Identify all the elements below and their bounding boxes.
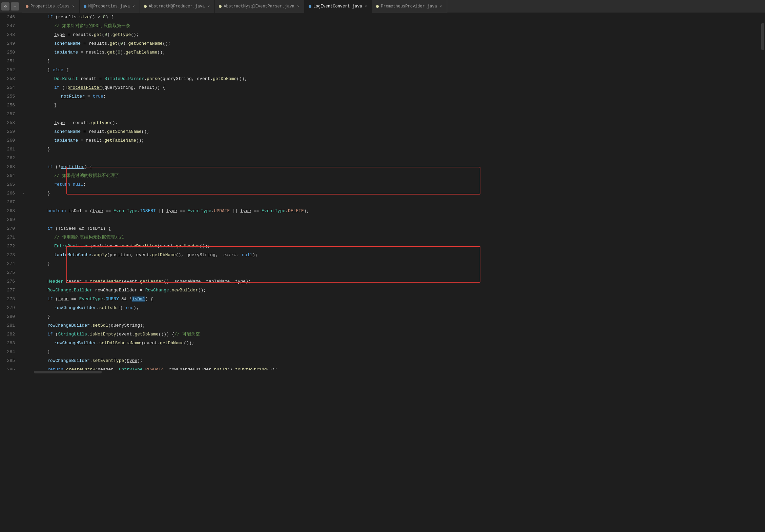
tab-properties-class[interactable]: Properties.class ✕ [22,0,80,13]
line-content: schemaName = results.get(0).getSchemaNam… [27,39,765,48]
line-number: 266 [0,189,20,198]
line-number: 274 [0,260,20,268]
line-number: 285 [0,356,20,365]
tab-color-dot [376,5,379,8]
line-content: EntryPosition position = createPosition(… [27,242,765,251]
tab-color-dot [26,5,28,8]
tab-label: AbstractMysqlEventParser.java [224,4,294,9]
line-number: 264 [0,171,20,180]
tab-close-btn[interactable]: ✕ [439,4,443,9]
settings-icon[interactable]: ⚙ [1,2,9,11]
line-content: } [27,189,765,198]
table-row: 274 } [0,260,765,268]
line-number: 250 [0,48,20,57]
line-number: 265 [0,180,20,189]
tab-label: LogEventConvert.java [313,4,362,9]
vertical-scrollbar[interactable] [760,13,765,374]
line-content: if (results.size() > 0) { [27,13,765,22]
line-number: 283 [0,339,20,348]
table-row: 248 type = results.get(0).getType(); [0,30,765,39]
tab-color-dot [219,5,222,8]
table-row: 279 rowChangeBuilder.setIsDdl(true); [0,304,765,312]
horizontal-scrollbar[interactable] [0,370,760,374]
tab-abstract-mq-producer[interactable]: AbstractMQProducer.java ✕ [140,0,215,13]
tab-close-btn[interactable]: ✕ [207,4,211,9]
line-number: 252 [0,66,20,75]
table-row: 271 // 使用新的表结构元数据管理方式 [0,233,765,242]
line-content: if (type == EventType.QUERY && !isDml) { [27,295,765,304]
line-number: 249 [0,39,20,48]
line-number: 269 [0,216,20,224]
line-number: 276 [0,277,20,286]
tab-color-dot [309,5,311,8]
table-row: 252 } else { [0,66,765,75]
tab-close-btn[interactable]: ✕ [296,4,300,9]
table-row: 260 tableName = result.getTableName(); [0,136,765,145]
line-content: // 如果针对多行的DDL,只能取第一条 [27,22,765,30]
table-row: 268 boolean isDml = (type == EventType.I… [0,207,765,216]
table-row: 277 RowChange.Builder rowChangeBuilder =… [0,286,765,295]
code-editor[interactable]: 246 if (results.size() > 0) { 247 // 如果针… [0,13,765,374]
line-content: rowChangeBuilder.setEventType(type); [27,356,765,365]
line-content: // 使用新的表结构元数据管理方式 [27,233,765,242]
line-content: RowChange.Builder rowChangeBuilder = Row… [27,286,765,295]
line-number: 254 [0,83,20,92]
table-row: 249 schemaName = results.get(0).getSchem… [0,39,765,48]
tab-label: MQProperties.java [88,4,130,9]
table-row: 254 if (!processFilter(queryString, resu… [0,83,765,92]
line-number: 256 [0,101,20,110]
line-number: 255 [0,92,20,101]
table-row: 276 Header header = createHeader(event.g… [0,277,765,286]
line-number: 279 [0,304,20,312]
table-row: 275 [0,268,765,277]
line-number: 268 [0,207,20,216]
tab-color-dot [144,5,147,8]
line-content: } [27,145,765,154]
tab-bar-controls: ⚙ — [1,2,22,11]
line-content: boolean isDml = (type == EventType.INSER… [27,207,765,216]
fold-gutter[interactable]: ▸ [20,189,27,198]
table-row: 256 } [0,101,765,110]
tab-label: AbstractMQProducer.java [149,4,205,9]
table-row: 263 if (!notFilter) { [0,163,765,171]
line-number: 261 [0,145,20,154]
line-number: 275 [0,268,20,277]
scrollbar-thumb[interactable] [761,23,764,50]
tab-close-btn[interactable]: ✕ [71,4,75,9]
table-row: 261 } [0,145,765,154]
line-number: 284 [0,348,20,356]
minimize-icon[interactable]: — [11,2,19,11]
line-content: DdlResult result = SimpleDdlParser.parse… [27,75,765,83]
line-number: 278 [0,295,20,304]
tab-log-event-convert[interactable]: LogEventConvert.java ✕ [305,0,372,13]
table-row: 273 tableMetaCache.apply(position, event… [0,251,765,260]
tab-mq-properties[interactable]: MQProperties.java ✕ [80,0,140,13]
line-content: rowChangeBuilder.setIsDdl(true); [27,304,765,312]
tab-bar: ⚙ — Properties.class ✕ MQProperties.java… [0,0,765,13]
line-content: schemaName = result.getSchemaName(); [27,127,765,136]
table-row: 258 type = result.getType(); [0,119,765,127]
tab-close-btn[interactable]: ✕ [132,4,136,9]
line-number: 277 [0,286,20,295]
line-number: 248 [0,30,20,39]
line-number: 267 [0,198,20,207]
tab-color-dot [84,5,86,8]
table-row: 250 tableName = results.get(0).getTableN… [0,48,765,57]
editor-main: 246 if (results.size() > 0) { 247 // 如果针… [0,13,765,374]
table-row: 269 [0,216,765,224]
line-number: 259 [0,127,20,136]
line-number: 270 [0,224,20,233]
line-content: rowChangeBuilder.setDdlSchemaName(event.… [27,339,765,348]
tab-prometheus-provider[interactable]: PrometheusProvider.java ✕ [372,0,447,13]
table-row: 285 rowChangeBuilder.setEventType(type); [0,356,765,365]
line-content: return null; [27,180,765,189]
line-content: } [27,101,765,110]
tab-abstract-mysql-event-parser[interactable]: AbstractMysqlEventParser.java ✕ [215,0,304,13]
table-row: 257 [0,110,765,119]
h-scrollbar-thumb[interactable] [34,371,102,373]
line-content: } else { [27,66,765,75]
tab-close-btn[interactable]: ✕ [364,4,368,9]
table-row: 278 if (type == EventType.QUERY && !isDm… [0,295,765,304]
table-row: 251 } [0,57,765,66]
line-number: 246 [0,13,20,22]
